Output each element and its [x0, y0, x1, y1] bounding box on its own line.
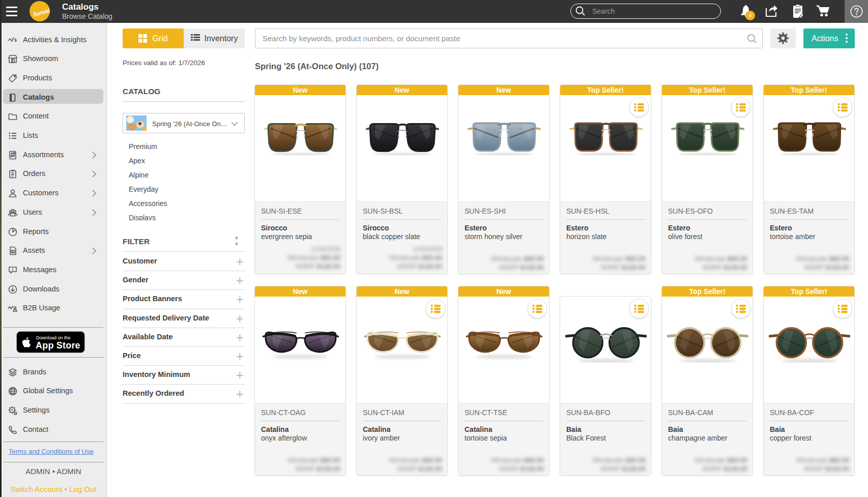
svg-text:$: $	[14, 38, 17, 43]
